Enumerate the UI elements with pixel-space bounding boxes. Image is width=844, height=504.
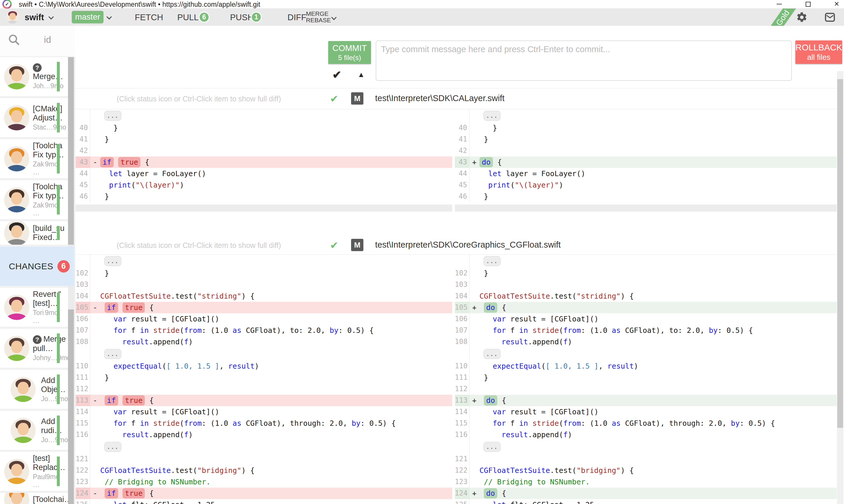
diff-line: 45 print("\(layer)") xyxy=(455,179,837,191)
diff-line: 106 var result = [CGFloat]() xyxy=(455,313,837,325)
push-button[interactable]: PUSH xyxy=(230,13,254,22)
user-avatar[interactable] xyxy=(6,10,19,24)
commit-title: Obje… xyxy=(41,385,59,394)
search-icon[interactable] xyxy=(7,33,20,46)
diff-marker xyxy=(469,145,480,157)
commit-message-input[interactable] xyxy=(376,40,792,81)
avatar-face xyxy=(11,69,22,82)
search-bar[interactable]: id xyxy=(0,26,75,57)
code-line: print("\(layer)") xyxy=(100,179,452,191)
file-status-check-icon[interactable]: ✔ xyxy=(330,239,339,251)
code-line: } xyxy=(480,372,837,383)
branch-badge[interactable]: master xyxy=(72,11,104,23)
h-scrollbar[interactable] xyxy=(76,204,452,212)
diff-line: 114 var result = [CGFloat]() xyxy=(76,406,452,417)
commit-list-item[interactable]: [Toolchai… xyxy=(0,493,68,504)
diff-expander[interactable]: ... xyxy=(484,111,501,121)
line-number: 112 xyxy=(455,383,469,395)
pull-button[interactable]: PULL xyxy=(177,13,199,22)
settings-gear-icon[interactable] xyxy=(796,12,808,23)
commit-list-item[interactable]: Revert "[test]…Tori …9mo xyxy=(0,288,68,327)
merge-rebase-button[interactable]: MERGEREBASE xyxy=(306,11,331,23)
diff-marker xyxy=(469,360,480,372)
diff-expander[interactable]: ... xyxy=(484,256,501,266)
commit-list-item[interactable]: [ToolchaFix typ…Zak …9mo xyxy=(0,180,68,219)
line-number xyxy=(455,255,469,268)
avatar-shirt xyxy=(6,206,27,213)
avatar xyxy=(4,295,29,320)
h-scrollbar[interactable] xyxy=(455,204,837,212)
maximize-button[interactable] xyxy=(804,0,812,8)
commit-list-item[interactable]: [ToolchaFix typ…Zak …9mo xyxy=(0,139,68,178)
close-button[interactable]: ✕ xyxy=(833,0,841,8)
line-number: 108 xyxy=(455,336,469,347)
avatar-face xyxy=(11,225,22,238)
main-scrollbar-thumb[interactable] xyxy=(837,79,843,428)
search-input[interactable]: id xyxy=(44,35,51,45)
line-number: 121 xyxy=(455,453,469,465)
file-modified-badge[interactable]: M xyxy=(351,92,363,105)
rollback-button[interactable]: ROLLBACK all files xyxy=(795,40,842,64)
minimize-button[interactable] xyxy=(775,0,783,8)
diff-expander[interactable]: ... xyxy=(104,442,121,452)
branch-chevron-icon[interactable] xyxy=(106,14,112,19)
code-line: result.append(f) xyxy=(480,336,837,347)
collapse-caret-icon[interactable]: ▲ xyxy=(358,70,365,79)
diff-marker xyxy=(90,122,100,133)
diff-marker xyxy=(469,109,480,122)
diff-expander[interactable]: ... xyxy=(104,256,121,266)
diff-line: 111 } xyxy=(76,372,452,383)
commit-age: 9mo xyxy=(45,160,58,176)
commit-list-item[interactable]: [build_suFixed… xyxy=(0,221,68,245)
diff-line: ... xyxy=(455,255,837,268)
commit-title: ?Merge xyxy=(33,335,59,344)
commit-author: Zak … xyxy=(33,160,45,176)
line-number: 41 xyxy=(76,133,90,145)
diff-button[interactable]: DIFF xyxy=(287,13,306,22)
code-line: if true { xyxy=(100,488,452,499)
code-line: } xyxy=(480,133,837,145)
commit-list-item[interactable]: Addrudi…Jo…9mo xyxy=(0,411,68,450)
diff-line: ... xyxy=(455,347,837,360)
diff-marker xyxy=(469,191,480,202)
diff-marker xyxy=(469,313,480,325)
diff-expander[interactable]: ... xyxy=(484,442,501,452)
repo-chevron-icon[interactable] xyxy=(48,14,54,19)
diff-line: 115 for f in stride(from: (1.0 as CGFloa… xyxy=(455,417,837,429)
file-modified-badge[interactable]: M xyxy=(351,239,363,251)
fetch-button[interactable]: FETCH xyxy=(135,13,163,22)
app-window: ✓ swift • C:\My\Work\Aurees\Development\… xyxy=(0,0,844,504)
commit-list-item[interactable]: [test]Replac…Paul …9mo xyxy=(0,452,68,491)
mail-icon[interactable] xyxy=(824,12,836,23)
code-line: CGFloatTestSuite.test("striding") { xyxy=(480,290,837,302)
stage-all-check-icon[interactable]: ✔ xyxy=(332,69,341,81)
avatar-shirt xyxy=(6,83,27,89)
commit-list-item[interactable]: AddObje…Jo…9mo xyxy=(0,370,68,409)
file-status-check-icon[interactable]: ✔ xyxy=(330,93,339,105)
diff-marker xyxy=(90,465,100,476)
commit-list-item[interactable]: [CMake]Adjust…Stac…9mo xyxy=(0,98,68,137)
file-diff-hint: (Click status icon or Ctrl-Click item to… xyxy=(116,95,281,103)
diff-expander[interactable]: ... xyxy=(104,111,121,121)
code-line xyxy=(480,383,837,395)
line-number: 43 xyxy=(455,157,469,168)
diff-expander[interactable]: ... xyxy=(104,349,121,359)
code-line: for f in stride(from: (1.0 as CGFloat), … xyxy=(480,417,837,429)
sidebar-item-changes[interactable]: CHANGES6 xyxy=(0,247,74,286)
diff-marker xyxy=(90,133,100,145)
commit-text: AddObje…Jo…9mo xyxy=(41,370,59,409)
diff-line: 123 // Bridging to NSNumber. xyxy=(76,476,452,488)
diff-line: 111 } xyxy=(455,372,837,383)
diff-marker: - xyxy=(90,488,100,499)
diff-line: 44 let layer = FooLayer() xyxy=(455,168,837,179)
diff-line: 114 var result = [CGFloat]() xyxy=(455,406,837,417)
commit-meta: Johny…9mo xyxy=(33,354,59,362)
commit-button[interactable]: COMMIT 5 file(s) xyxy=(328,41,371,64)
diff-expander[interactable]: ... xyxy=(484,349,501,359)
commit-list-item[interactable]: ?Mergepull…Johny…9mo xyxy=(0,329,68,368)
diff-line: 122CGFloatTestSuite.test("bridging") { xyxy=(76,465,452,476)
commit-activity-bar xyxy=(57,103,60,132)
repo-selector[interactable]: swift xyxy=(24,13,44,22)
commit-list-item[interactable]: ?Merge…Joh…9mo xyxy=(0,57,68,96)
merge-rebase-chevron-icon[interactable] xyxy=(331,15,337,20)
